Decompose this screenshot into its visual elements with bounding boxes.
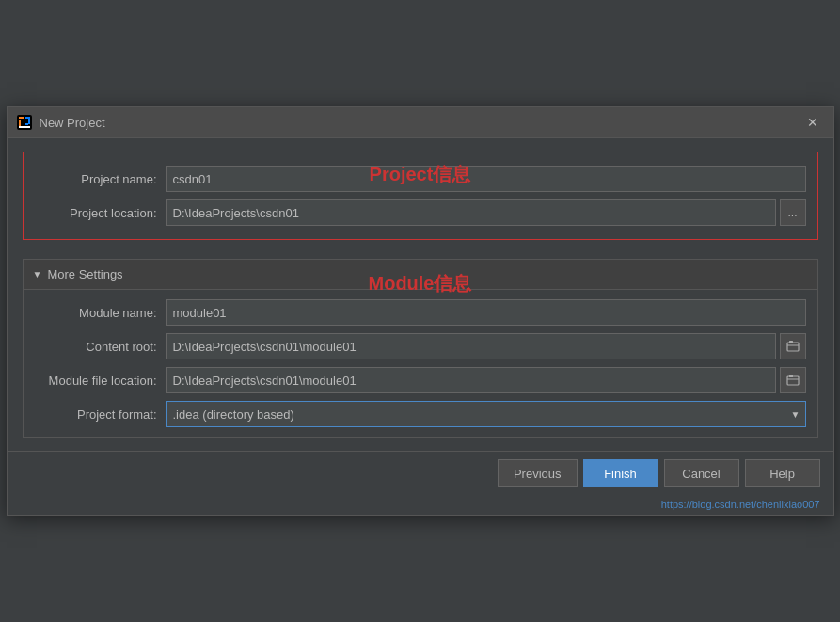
previous-button[interactable]: Previous (498, 459, 578, 487)
project-format-label: Project format: (35, 407, 166, 422)
svg-rect-3 (19, 126, 30, 128)
svg-rect-10 (789, 375, 793, 377)
finish-button[interactable]: Finish (583, 459, 658, 487)
project-format-select[interactable]: .idea (directory based) .ipr (file based… (166, 401, 806, 427)
help-button[interactable]: Help (745, 459, 820, 487)
project-format-select-wrapper: .idea (directory based) .ipr (file based… (166, 401, 806, 427)
project-name-row: Project name: (35, 166, 806, 192)
dialog-body: Project信息 Project name: Project location… (8, 138, 833, 451)
module-file-location-row: Module file location: (35, 367, 806, 393)
module-file-location-label: Module file location: (35, 374, 166, 388)
title-bar-left: New Project (17, 115, 105, 130)
new-project-dialog: New Project ✕ Project信息 Project name: Pr… (7, 106, 834, 516)
content-root-input[interactable] (166, 333, 776, 359)
svg-rect-7 (787, 343, 799, 351)
bottom-bar: Previous Finish Cancel Help (8, 451, 833, 495)
module-name-input[interactable] (166, 299, 806, 326)
module-file-location-browse-button[interactable] (780, 367, 806, 393)
module-file-location-input-wrapper (166, 367, 806, 393)
project-name-input-wrapper (166, 166, 806, 192)
content-root-input-wrapper (166, 333, 806, 359)
module-name-label: Module name: (35, 306, 166, 320)
svg-rect-6 (25, 123, 28, 125)
project-info-section: Project信息 Project name: Project location… (23, 152, 818, 240)
svg-rect-2 (19, 120, 21, 126)
close-button[interactable]: ✕ (801, 113, 824, 132)
project-location-label: Project location: (35, 206, 166, 220)
project-location-input-wrapper: ... (166, 199, 806, 226)
content-root-browse-button[interactable] (780, 333, 806, 359)
module-file-location-input[interactable] (166, 367, 776, 393)
project-location-input[interactable] (166, 199, 776, 226)
title-bar: New Project ✕ (8, 107, 833, 138)
dialog-title: New Project (40, 116, 105, 130)
svg-rect-8 (789, 341, 793, 343)
more-settings-header[interactable]: ▼ More Settings Module信息 (24, 260, 817, 290)
svg-rect-9 (787, 376, 799, 385)
more-settings-title: More Settings (47, 267, 122, 281)
project-location-browse-button[interactable]: ... (780, 199, 806, 226)
expand-icon: ▼ (33, 269, 42, 279)
svg-rect-5 (28, 119, 30, 124)
app-icon (17, 115, 32, 130)
project-format-input-wrapper: .idea (directory based) .ipr (file based… (166, 401, 806, 427)
content-root-row: Content root: (35, 333, 806, 359)
module-name-row: Module name: (35, 299, 806, 326)
project-name-input[interactable] (166, 166, 806, 192)
watermark-text: https://blog.csdn.net/chenlixiao007 (661, 499, 820, 510)
project-format-row: Project format: .idea (directory based) … (35, 401, 806, 427)
project-location-row: Project location: ... (35, 199, 806, 226)
svg-rect-1 (19, 117, 24, 119)
svg-rect-4 (25, 117, 30, 119)
more-settings-section: ▼ More Settings Module信息 Module name: Co… (23, 259, 818, 438)
more-settings-body: Module name: Content root: (24, 290, 817, 437)
content-root-label: Content root: (35, 340, 166, 354)
module-name-input-wrapper (166, 299, 806, 326)
project-name-label: Project name: (35, 172, 166, 186)
cancel-button[interactable]: Cancel (664, 459, 739, 487)
